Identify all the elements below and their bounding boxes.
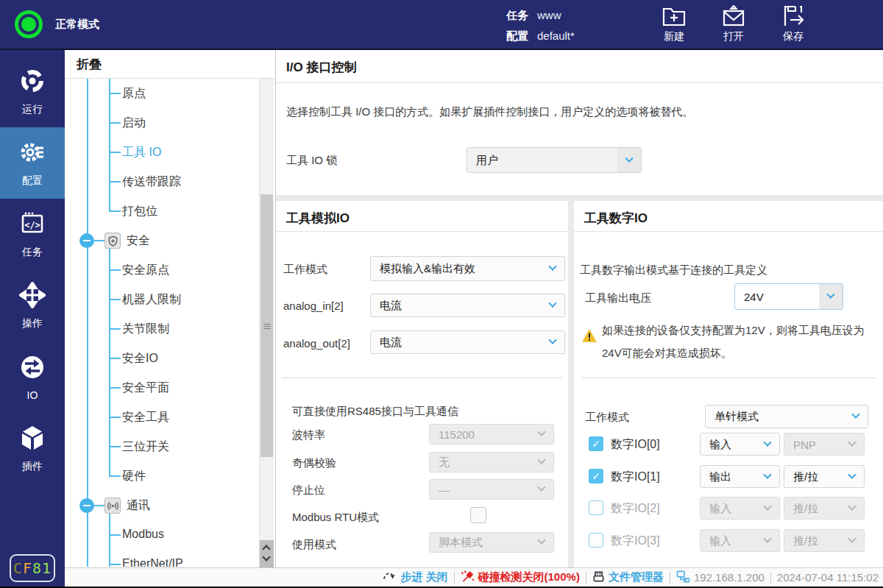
- chevron-down-icon: [840, 497, 864, 519]
- chevron-down-icon: [756, 466, 779, 487]
- sidebar-item-config[interactable]: 配置: [0, 127, 65, 199]
- tree-item-modbus[interactable]: Modbus: [65, 520, 275, 550]
- tree-item-safety-io[interactable]: 安全IO: [65, 344, 275, 373]
- tree-item-ethernet-ip[interactable]: EtherNet/IP: [65, 550, 275, 567]
- io-lock-select[interactable]: 用户: [467, 147, 642, 173]
- tree-item-safety-plane[interactable]: 安全平面: [65, 373, 275, 403]
- tree-item-safety[interactable]: 安全: [65, 226, 275, 255]
- digital-io-1-direction-select[interactable]: 输出: [700, 465, 780, 488]
- new-button[interactable]: 新建: [652, 5, 696, 43]
- sidebar-item-task[interactable]: </> 任务: [0, 199, 65, 270]
- digital-io-3-label: 数字IO[3]: [611, 534, 660, 548]
- chevron-down-icon: [617, 148, 641, 172]
- tree-item-tool-io[interactable]: 工具 IO: [65, 138, 275, 167]
- analog-work-mode-select[interactable]: 模拟输入&输出有效: [370, 256, 565, 281]
- tree-item-pack-position[interactable]: 打包位: [65, 196, 275, 226]
- move-arrows-icon: [19, 282, 46, 311]
- config-tree-panel: 折叠 原点启动工具 IO传送带跟踪打包位安全安全原点机器人限制关节限制安全IO安…: [65, 50, 276, 567]
- sidebar-item-run[interactable]: 运行: [0, 56, 65, 127]
- collision-icon: [461, 570, 475, 585]
- chevron-down-icon: [844, 405, 868, 428]
- scrollbar-thumb[interactable]: [260, 194, 273, 457]
- digital-io-1-checkbox[interactable]: ✓: [589, 469, 603, 483]
- shield-plus-icon: [104, 233, 121, 249]
- tree-item-robot-limits[interactable]: 机器人限制: [65, 285, 275, 314]
- collision-detection-status[interactable]: 碰撞检测关闭(100%): [461, 570, 580, 585]
- digital-io-3-checkbox[interactable]: [589, 533, 603, 548]
- baud-rate-select: 115200: [429, 424, 554, 444]
- controller-badge: CF81: [10, 554, 55, 582]
- warning-triangle-icon: [581, 328, 597, 346]
- tree-item-startup[interactable]: 启动: [65, 108, 275, 138]
- collapse-toggle-icon[interactable]: [79, 233, 94, 248]
- tree-item-three-position-switch[interactable]: 三位开关: [65, 432, 275, 461]
- chevron-down-icon: [541, 331, 564, 353]
- digital-work-mode-select[interactable]: 单针模式: [705, 405, 868, 428]
- digital-io-1-type-select[interactable]: 推/拉: [784, 465, 865, 488]
- collapse-toggle-icon[interactable]: [79, 498, 94, 513]
- antenna-icon: [104, 497, 121, 514]
- ip-address: 192.168.1.200: [676, 570, 765, 585]
- digital-io-2-checkbox[interactable]: [589, 500, 603, 515]
- gear-icon: [19, 139, 46, 169]
- tree-item-hardware[interactable]: 硬件: [65, 461, 275, 491]
- section-description: 选择控制工具 I/O 接口的方式。如果扩展插件控制接口，用户定义的选项将被替代。: [286, 105, 693, 119]
- task-label: 任务: [506, 5, 528, 26]
- open-button[interactable]: 打开: [712, 5, 756, 43]
- file-manager-button[interactable]: 文件管理器: [592, 570, 664, 585]
- sidebar-item-io[interactable]: IO: [0, 341, 65, 413]
- config-tree: 原点启动工具 IO传送带跟踪打包位安全安全原点机器人限制关节限制安全IO安全平面…: [65, 79, 275, 567]
- sidebar-item-operate[interactable]: 操作: [0, 270, 65, 341]
- svg-text:</>: </>: [24, 219, 40, 230]
- tree-item-conveyor-tracking[interactable]: 传送带跟踪: [65, 167, 275, 196]
- tree-item-safety-tool[interactable]: 安全工具: [65, 403, 275, 432]
- usage-mode-label: 使用模式: [292, 537, 336, 552]
- tree-scrollbar[interactable]: [259, 79, 274, 567]
- digital-io-3-type-select: 推/拉: [784, 529, 865, 552]
- analog-in-select[interactable]: 电流: [370, 294, 565, 317]
- step-mode-status[interactable]: 步进 关闭: [383, 570, 447, 584]
- digital-work-mode-label: 工作模式: [585, 410, 629, 425]
- digital-io-2-direction-select: 输入: [700, 497, 780, 520]
- analog-in-label: analog_in[2]: [283, 299, 344, 314]
- voltage-select[interactable]: 24V: [734, 283, 843, 310]
- panel-title: 工具模拟IO: [286, 210, 350, 227]
- chevron-down-icon: [530, 425, 553, 444]
- usage-mode-select: 脚本模式: [429, 532, 554, 553]
- digital-io-2-type-select: 推/拉: [784, 497, 865, 520]
- digital-io-0-checkbox[interactable]: ✓: [589, 436, 603, 451]
- chevron-down-icon: [530, 533, 553, 552]
- config-label: 配置: [506, 26, 528, 46]
- chevron-down-icon: [530, 480, 553, 499]
- modbus-rtu-label: Modbus RTU模式: [292, 510, 379, 525]
- digital-io-0-direction-select[interactable]: 输入: [700, 433, 780, 456]
- modbus-rtu-checkbox[interactable]: [470, 507, 486, 523]
- tree-item-home[interactable]: 原点: [65, 79, 275, 108]
- save-button[interactable]: 保存: [771, 5, 815, 43]
- panel-title: 工具数字IO: [584, 210, 648, 227]
- collapse-all-button[interactable]: 折叠: [65, 50, 275, 79]
- tree-item-joint-limits[interactable]: 关节限制: [65, 314, 275, 344]
- usb-drive-icon: [592, 570, 605, 585]
- config-value: default*: [537, 26, 575, 46]
- chevron-down-icon: [840, 433, 864, 455]
- sidebar-nav: 运行 配置 </> 任务: [0, 50, 65, 587]
- tool-digital-io-panel: 工具数字IO 工具数字输出模式基于连接的工具定义 工具输出电压 24V 如果连接…: [574, 201, 883, 567]
- chevron-down-icon: [756, 433, 779, 455]
- digital-io-2-label: 数字IO[2]: [611, 501, 660, 516]
- parity-select: 无: [429, 452, 554, 472]
- tree-item-safety-home[interactable]: 安全原点: [65, 255, 275, 285]
- mode-indicator[interactable]: 正常模式: [15, 10, 99, 38]
- analog-out-select[interactable]: 电流: [370, 330, 565, 354]
- open-envelope-icon: [721, 5, 746, 27]
- work-mode-label: 工作模式: [283, 262, 327, 277]
- io-interface-control-section: I/O 接口控制 选择控制工具 I/O 接口的方式。如果扩展插件控制接口，用户定…: [276, 50, 883, 195]
- digital-io-0-type-select: PNP: [784, 433, 865, 456]
- digital-io-1-label: 数字IO[1]: [611, 470, 660, 484]
- digital-io-row-0: ✓数字IO[0]输入PNP: [574, 433, 883, 456]
- chevron-down-icon: [756, 530, 779, 551]
- sidebar-item-plugin[interactable]: 插件: [0, 413, 65, 484]
- scroll-up-button[interactable]: [262, 545, 270, 553]
- scroll-down-button[interactable]: [262, 553, 270, 561]
- tree-item-communication[interactable]: 通讯: [65, 491, 275, 520]
